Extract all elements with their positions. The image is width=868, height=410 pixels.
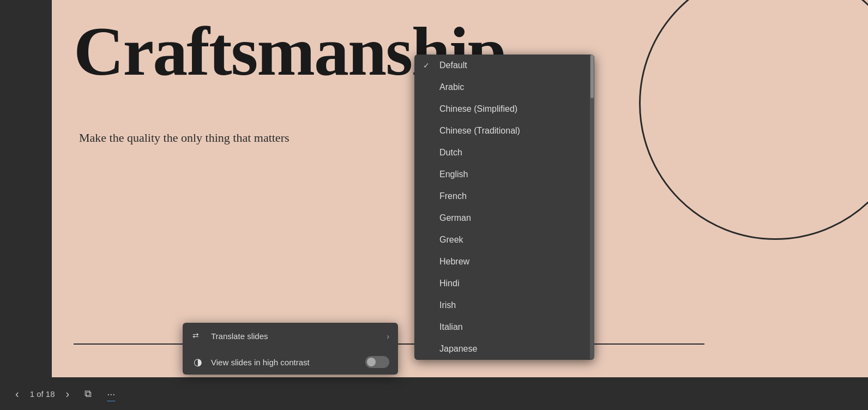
language-dropdown: ✓DefaultArabicChinese (Simplified)Chines… (414, 55, 594, 360)
page-indicator: 1 of 18 (30, 389, 55, 399)
language-label: Irish (439, 300, 456, 310)
language-label: Hebrew (439, 257, 469, 267)
language-item-english[interactable]: English (414, 164, 594, 185)
high-contrast-toggle[interactable] (365, 356, 389, 368)
check-icon: ✓ (423, 61, 434, 70)
language-item-french[interactable]: French (414, 185, 594, 207)
language-label: Japanese (439, 344, 477, 354)
language-item-italian[interactable]: Italian (414, 316, 594, 338)
prev-button[interactable]: ‹ (11, 385, 23, 402)
scrollbar-thumb (590, 55, 594, 98)
language-item-hebrew[interactable]: Hebrew (414, 251, 594, 273)
left-sidebar (0, 0, 52, 377)
language-label: Chinese (Traditional) (439, 126, 520, 136)
language-item-german[interactable]: German (414, 207, 594, 229)
language-label: Dutch (439, 148, 462, 158)
language-item-chinese--traditional-[interactable]: Chinese (Traditional) (414, 120, 594, 142)
language-item-arabic[interactable]: Arabic (414, 76, 594, 98)
language-item-dutch[interactable]: Dutch (414, 142, 594, 164)
submenu-arrow: › (387, 332, 389, 341)
svg-text:⇄: ⇄ (192, 331, 199, 340)
language-label: Default (439, 61, 467, 70)
contrast-icon: ◑ (191, 356, 204, 368)
present-button[interactable]: ⧉ (80, 386, 96, 402)
translate-icon: ⇄ (191, 329, 204, 343)
slide-subtitle: Make the quality the only thing that mat… (79, 131, 290, 145)
language-item-irish[interactable]: Irish (414, 294, 594, 316)
more-button[interactable]: ··· (103, 387, 119, 401)
language-item-chinese--simplified-[interactable]: Chinese (Simplified) (414, 98, 594, 120)
language-label: German (439, 213, 471, 223)
toggle-knob (367, 358, 376, 366)
next-button[interactable]: › (62, 385, 74, 402)
language-label: Greek (439, 235, 463, 245)
translate-slides-item[interactable]: ⇄ Translate slides › (183, 323, 398, 349)
high-contrast-item[interactable]: ◑ View slides in high contrast (183, 349, 398, 375)
circle-decoration (639, 0, 868, 240)
language-item-hindi[interactable]: Hindi (414, 273, 594, 294)
language-label: Hindi (439, 279, 459, 288)
language-label: Italian (439, 322, 463, 332)
language-item-japanese[interactable]: Japanese (414, 338, 594, 360)
context-menu: ⇄ Translate slides › ◑ View slides in hi… (183, 323, 398, 375)
translate-label: Translate slides (211, 331, 268, 341)
language-label: French (439, 191, 467, 201)
language-label: English (439, 170, 468, 179)
contrast-label: View slides in high contrast (211, 358, 310, 367)
language-item-default[interactable]: ✓Default (414, 55, 594, 76)
language-label: Arabic (439, 82, 464, 92)
language-label: Chinese (Simplified) (439, 104, 517, 114)
language-item-greek[interactable]: Greek (414, 229, 594, 251)
scrollbar[interactable] (590, 55, 594, 360)
bottom-bar: ‹ 1 of 18 › ⧉ ··· (0, 377, 868, 410)
